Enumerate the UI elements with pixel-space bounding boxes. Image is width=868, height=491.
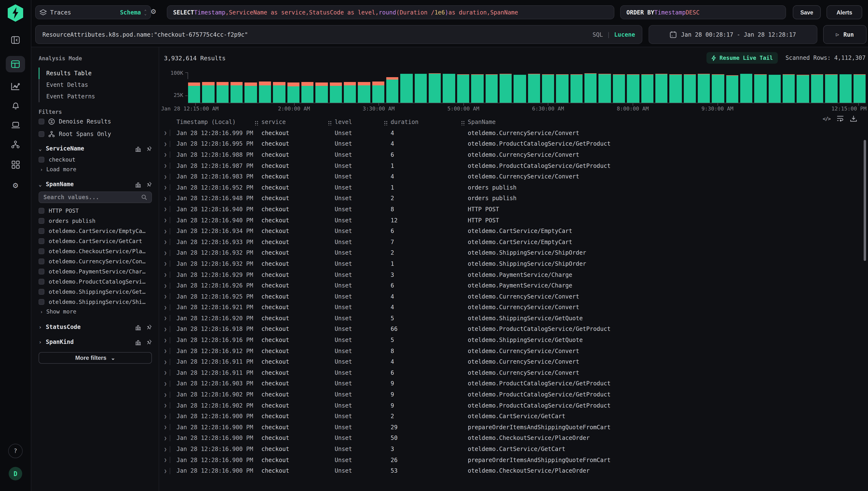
histogram-bar[interactable] [216,82,229,103]
col-header-duration[interactable]: duration [391,118,468,125]
alerts-bell-icon[interactable] [7,98,24,113]
facet-value-item[interactable]: oteldemo.CurrencyService/Con… [38,256,152,266]
table-row[interactable]: ❯ Jan 28 12:28:16.929 PM checkout Unset … [164,269,866,280]
histogram-bar[interactable] [811,74,824,103]
run-button[interactable]: ▷ Run [823,25,867,44]
sql-toggle[interactable]: SQL [592,31,603,38]
histogram-bar[interactable] [783,74,795,103]
col-header-level[interactable]: level [335,118,391,125]
expand-row-chevron-icon[interactable]: ❯ [164,207,167,212]
table-row[interactable]: ❯ Jan 28 12:28:16.900 PM checkout Unset … [164,455,866,465]
table-row[interactable]: ❯ Jan 28 12:28:16.900 PM checkout Unset … [164,465,866,476]
mode-event-patterns[interactable]: Event Patterns [39,91,152,102]
alerts-button[interactable]: Alerts [827,5,862,19]
histogram-bar[interactable] [514,75,526,103]
search-view-icon-active[interactable] [6,56,25,73]
histogram-bar[interactable] [471,74,483,103]
table-row[interactable]: ❯ Jan 28 12:28:16.952 PM checkout Unset … [164,182,866,193]
histogram-bar[interactable] [854,74,866,103]
expand-row-chevron-icon[interactable]: ❯ [164,337,167,343]
facet-pin-icon[interactable] [146,339,152,345]
facet-value-item[interactable]: oteldemo.ShippingService/Get… [38,287,152,297]
collapse-sidebar-icon[interactable] [7,33,24,47]
expand-row-chevron-icon[interactable]: ❯ [164,163,167,168]
histogram-bar[interactable] [641,74,653,103]
histogram-bar[interactable] [287,83,299,103]
histogram-bar[interactable] [556,74,569,103]
histogram-bar[interactable] [457,74,470,103]
histogram-bar[interactable] [797,75,809,103]
histogram-bar[interactable] [613,74,625,103]
expand-row-chevron-icon[interactable]: ❯ [164,294,167,299]
expand-row-chevron-icon[interactable]: ❯ [164,185,167,190]
table-row[interactable]: ❯ Jan 28 12:28:16.983 PM checkout Unset … [164,171,866,182]
dashboards-icon[interactable] [7,157,24,172]
expand-row-chevron-icon[interactable]: ❯ [164,218,167,223]
facet-value-item[interactable]: orders publish [38,215,152,226]
expand-row-chevron-icon[interactable]: ❯ [164,457,167,463]
expand-row-chevron-icon[interactable]: ❯ [164,141,167,147]
expand-row-chevron-icon[interactable]: ❯ [164,261,167,266]
help-icon[interactable]: ? [8,444,23,458]
histogram-bar[interactable] [400,74,413,103]
date-range-picker[interactable]: Jan 28 00:28:17 - Jan 28 12:28:17 [649,25,817,44]
histogram-bar[interactable] [259,82,271,103]
histogram-bar[interactable] [669,74,682,103]
histogram-bar[interactable] [726,75,738,103]
expand-row-chevron-icon[interactable]: ❯ [164,381,167,386]
facet-value-item[interactable]: oteldemo.CheckoutService/Pla… [38,246,152,256]
table-row[interactable]: ❯ Jan 28 12:28:16.918 PM checkout Unset … [164,324,866,335]
results-histogram[interactable]: 100K 25K Jan 28 12:15:00 AM2:00:00 AM3:3… [188,73,866,103]
expand-row-chevron-icon[interactable]: ❯ [164,348,167,353]
facet-statuscode-header[interactable]: › StatusCode [38,321,152,333]
facet-pin-icon[interactable] [146,181,152,187]
schema-button[interactable]: Schema [120,9,141,16]
expand-row-chevron-icon[interactable]: ❯ [164,425,167,430]
histogram-bar[interactable] [627,74,639,103]
histogram-bar[interactable] [485,74,498,103]
show-more-link[interactable]: ›Show more [38,307,152,316]
source-selector[interactable]: Traces Schema ⌃⌄ [35,5,151,19]
drag-handle-icon[interactable] [461,120,465,125]
histogram-bar[interactable] [372,82,384,103]
expand-row-chevron-icon[interactable]: ❯ [164,359,167,365]
query-settings-gear-icon[interactable]: ⚙ [151,6,156,16]
facet-value-checkbox[interactable] [38,279,44,284]
expand-row-chevron-icon[interactable]: ❯ [164,326,167,332]
expand-row-chevron-icon[interactable]: ❯ [164,272,167,277]
mode-event-deltas[interactable]: Event Deltas [39,79,152,91]
facet-value-checkbox[interactable] [38,218,44,224]
facet-value-checkbox[interactable] [38,238,44,244]
sessions-laptop-icon[interactable] [7,118,24,132]
expand-row-chevron-icon[interactable]: ❯ [164,370,167,375]
table-row[interactable]: ❯ Jan 28 12:28:16.988 PM checkout Unset … [164,149,866,160]
facet-spanname-header[interactable]: ⌄ SpanName [38,178,152,190]
histogram-bar[interactable] [358,82,370,103]
table-row[interactable]: ❯ Jan 28 12:28:16.912 PM checkout Unset … [164,346,866,356]
expand-row-chevron-icon[interactable]: ❯ [164,392,167,397]
histogram-bar[interactable] [386,77,398,103]
table-row[interactable]: ❯ Jan 28 12:28:16.995 PM checkout Unset … [164,138,866,149]
expand-row-chevron-icon[interactable]: ❯ [164,152,167,157]
sql-orderby-input[interactable]: ORDER BY Timestamp DESC [620,5,786,19]
expand-row-chevron-icon[interactable]: ❯ [164,413,167,419]
drag-handle-icon[interactable] [384,120,387,125]
facet-chart-icon[interactable] [135,339,141,345]
histogram-bar[interactable] [585,73,597,103]
facet-value-item[interactable]: oteldemo.CartService/EmptyCa… [38,226,152,236]
facet-value-item[interactable]: oteldemo.ShippingService/Shi… [38,297,152,307]
expand-row-chevron-icon[interactable]: ❯ [164,239,167,244]
expand-row-chevron-icon[interactable]: ❯ [164,196,167,201]
root-spans-toggle[interactable]: Root Spans Only [38,128,152,140]
table-row[interactable]: ❯ Jan 28 12:28:16.911 PM checkout Unset … [164,356,866,367]
table-row[interactable]: ❯ Jan 28 12:28:16.902 PM checkout Unset … [164,389,866,400]
table-row[interactable]: ❯ Jan 28 12:28:16.900 PM checkout Unset … [164,411,866,422]
expand-row-chevron-icon[interactable]: ❯ [164,228,167,234]
facet-pin-icon[interactable] [146,145,152,152]
denoise-checkbox[interactable] [38,119,44,124]
chart-explorer-icon[interactable] [7,79,24,93]
mode-results-table[interactable]: Results Table [39,67,152,79]
expand-row-chevron-icon[interactable]: ❯ [164,446,167,452]
expand-row-chevron-icon[interactable]: ❯ [164,436,167,441]
facet-value-checkbox[interactable] [38,228,44,234]
